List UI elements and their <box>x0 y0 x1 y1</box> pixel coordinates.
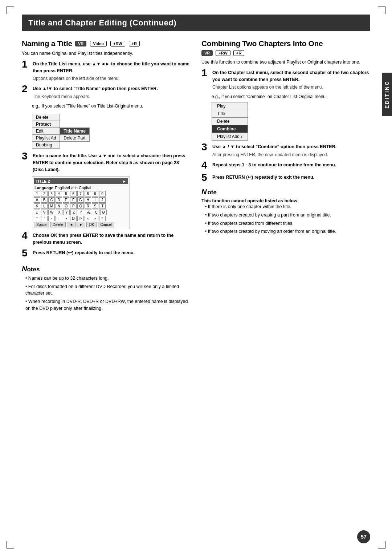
key-dot[interactable]: · <box>48 216 55 221</box>
keyboard-bottom-row: Space Delete ◄ ► OK Cancel <box>34 222 128 227</box>
key-cc[interactable]: Ç <box>93 210 99 215</box>
key-2[interactable]: 2 <box>41 191 48 197</box>
key-ok[interactable]: OK <box>86 222 97 227</box>
menu-cell-edit: Edit <box>32 128 60 135</box>
keyboard-lang-row: Language English/Latin Capital <box>34 185 128 190</box>
key-k[interactable]: K <box>34 203 40 209</box>
left-section-title: Naming a Title VR Video +RW +R <box>22 39 191 48</box>
key-f[interactable]: F <box>70 197 77 203</box>
key-ae[interactable]: Æ <box>85 210 92 215</box>
key-s[interactable]: S <box>92 203 98 209</box>
key-raquo[interactable]: » <box>92 216 98 221</box>
step-4-text: Choose OK then press ENTER to save the n… <box>33 233 173 245</box>
key-b[interactable]: B <box>41 197 48 203</box>
badge-video: Video <box>90 41 107 46</box>
step-3-content: Enter a name for the title. Use ▲▼◄► to … <box>33 153 191 173</box>
key-i[interactable]: I <box>92 197 98 203</box>
key-e[interactable]: E <box>63 197 69 203</box>
right-notes-n: N <box>201 188 207 196</box>
key-3[interactable]: 3 <box>48 191 55 197</box>
key-t[interactable]: T <box>99 203 106 209</box>
page-title: Title and Chapter Editing (Continued) <box>28 18 176 27</box>
key-thorn[interactable]: Þ <box>77 216 84 221</box>
key-right[interactable]: ► <box>77 222 85 227</box>
keyboard-row-k: K L M N O P Q R S T <box>34 203 128 209</box>
key-l[interactable]: L <box>41 203 48 209</box>
key-4[interactable]: 4 <box>56 191 62 197</box>
menu-cell-playlist-add: Playlist Ad <box>32 135 60 142</box>
combining-title: Combining Two Chapters Into One <box>201 39 323 48</box>
keyboard-lang-label: Language <box>34 186 53 190</box>
key-m[interactable]: M <box>48 203 55 209</box>
key-apos[interactable]: ' <box>41 216 48 221</box>
menu-cell-protect: Protect <box>32 121 60 128</box>
badge-rw-right: +RW <box>216 50 230 56</box>
right-step-4-num: 4 <box>201 160 209 170</box>
key-left[interactable]: ◄ <box>67 222 75 227</box>
step-1: 1 On the Title List menu, use ▲▼◄► to ch… <box>22 61 191 82</box>
right-badges: VR +RW +R <box>201 50 370 56</box>
step-3-num: 3 <box>22 151 30 173</box>
key-0[interactable]: 0 <box>99 191 106 197</box>
right-step-5-content: Press RETURN (↩) repeatedly to exit the … <box>212 174 370 183</box>
key-d[interactable]: D <box>56 197 62 203</box>
step-1-content: On the Title List menu, use ▲▼◄► to choo… <box>33 61 191 82</box>
right-step-4-text: Repeat steps 1 - 3 to continue to combin… <box>212 162 336 167</box>
right-menu-cell-title: Title <box>212 110 248 118</box>
right-note-4: If two chapters created by moving an ord… <box>205 228 370 235</box>
right-menu-row-playlist-add: Playlist Add <box>212 133 248 141</box>
key-1[interactable]: 1 <box>34 191 40 197</box>
key-quote[interactable]: " <box>34 216 40 221</box>
corner-br <box>378 541 385 548</box>
key-c[interactable]: C <box>48 197 55 203</box>
key-y[interactable]: Y <box>63 210 70 215</box>
key-h[interactable]: H <box>85 197 91 203</box>
keyboard-diagram: TITLE 2 ► Language English/Latin Capital… <box>32 177 130 229</box>
key-5[interactable]: 5 <box>63 191 69 197</box>
key-laquo[interactable]: « <box>85 216 91 221</box>
right-column: Combining Two Chapters Into One VR +RW +… <box>201 39 370 313</box>
key-g[interactable]: G <box>77 197 84 203</box>
key-w[interactable]: W <box>48 210 55 215</box>
key-a[interactable]: A <box>34 197 40 203</box>
key-8[interactable]: 8 <box>85 191 91 197</box>
keyboard-row-numbers: 1 2 3 4 5 6 7 8 9 0 <box>34 191 128 197</box>
key-r2[interactable]: r <box>78 210 84 215</box>
menu-row-delete: Delete <box>32 114 90 121</box>
key-u[interactable]: U <box>34 210 40 215</box>
editing-tab: EDITING <box>382 73 392 116</box>
left-menu-diagram: Delete Protect Edit Title Name Playlist … <box>32 114 90 149</box>
right-step-1-content: On the Chapter List menu, select the sec… <box>212 69 370 91</box>
key-eth[interactable]: Ð <box>100 210 107 215</box>
right-step-1-num: 1 <box>201 68 209 91</box>
right-note-3: If two chapters created from different t… <box>205 220 370 227</box>
right-step-3-num: 3 <box>201 142 209 158</box>
key-p[interactable]: P <box>70 203 77 209</box>
step-5: 5 Press RETURN (↩) repeatedly to exit th… <box>22 250 191 258</box>
key-tilde[interactable]: ~ <box>63 216 69 221</box>
key-space[interactable]: Space <box>34 222 49 227</box>
key-7[interactable]: 7 <box>77 191 84 197</box>
key-r[interactable]: R <box>85 203 91 209</box>
key-dash[interactable]: - <box>56 216 62 221</box>
key-q[interactable]: Q <box>77 203 84 209</box>
key-x[interactable]: X <box>56 210 62 215</box>
key-n[interactable]: N <box>56 203 62 209</box>
key-v[interactable]: V <box>41 210 48 215</box>
menu-row-dubbing: Dubbing <box>32 142 90 149</box>
key-6[interactable]: 6 <box>70 191 77 197</box>
key-ostroke[interactable]: Ø <box>70 216 77 221</box>
key-z[interactable]: Z <box>70 210 77 215</box>
keyboard-arrow: ► <box>122 179 126 183</box>
key-delete[interactable]: Delete <box>50 222 66 227</box>
keyboard-row-a: A B C D E F G H I J <box>34 197 128 203</box>
key-o[interactable]: O <box>63 203 69 209</box>
key-9[interactable]: 9 <box>92 191 98 197</box>
page: Title and Chapter Editing (Continued) ED… <box>0 0 392 555</box>
key-cancel[interactable]: Cancel <box>98 222 114 227</box>
key-j[interactable]: J <box>99 197 106 203</box>
right-menu-cell-playlist-add: Playlist Add <box>212 133 248 141</box>
key-eq[interactable]: = <box>99 216 106 221</box>
right-step-5-text: Press RETURN (↩) repeatedly to exit the … <box>212 175 314 180</box>
step-3-text: Enter a name for the title. Use ▲▼◄► to … <box>33 153 185 172</box>
